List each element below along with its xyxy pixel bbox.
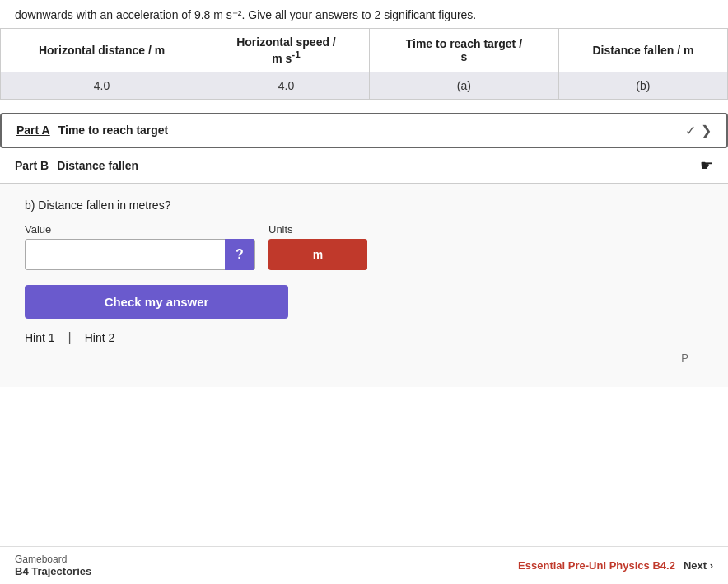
part-a-icons: ✓ ❯: [685, 123, 712, 138]
cell-speed: 4.0: [203, 72, 370, 99]
units-text: m: [313, 248, 323, 261]
part-b-label: Part B: [15, 159, 49, 172]
col-header-fallen: Distance fallen / m: [558, 29, 727, 72]
top-text: downwards with an acceleration of 9.8 m …: [0, 0, 728, 28]
hand-icon: ☛: [700, 157, 713, 175]
part-b-content: b) Distance fallen in metres? Value ? Un…: [0, 184, 728, 387]
chevron-down-icon: ❯: [701, 123, 712, 138]
units-group: Units m: [268, 223, 367, 270]
parts-container: Part A Time to reach target ✓ ❯ Part B D…: [0, 113, 728, 387]
value-units-row: Value ? Units m: [25, 223, 703, 270]
hint2-button[interactable]: Hint 2: [85, 331, 128, 344]
part-a-row[interactable]: Part A Time to reach target ✓ ❯: [0, 113, 728, 148]
check-answer-label: Check my answer: [105, 295, 209, 309]
hints-separator: |: [68, 330, 72, 345]
footer-lesson: B4 Trajectories: [15, 565, 91, 577]
table-row: 4.0 4.0 (a) (b): [1, 72, 728, 99]
col-header-speed: Horizontal speed /m s-1: [203, 29, 370, 72]
cell-distance: 4.0: [1, 72, 203, 99]
value-input-wrap: ?: [25, 239, 255, 270]
question-mark-button[interactable]: ?: [225, 239, 254, 270]
cell-fallen: (b): [558, 72, 727, 99]
next-button[interactable]: Next ›: [684, 559, 713, 572]
part-b-row[interactable]: Part B Distance fallen ☛: [0, 148, 728, 184]
part-a-label: Part A: [16, 124, 50, 137]
check-icon: ✓: [685, 123, 696, 138]
check-answer-button[interactable]: Check my answer: [25, 285, 288, 319]
footer-link[interactable]: Essential Pre-Uni Physics B4.2: [518, 559, 675, 572]
footer: Gameboard B4 Trajectories Essential Pre-…: [0, 546, 728, 584]
data-table: Horizontal distance / m Horizontal speed…: [0, 28, 728, 100]
value-group: Value ?: [25, 223, 255, 270]
footer-gameboard: Gameboard: [15, 554, 91, 565]
value-label: Value: [25, 223, 255, 236]
col-header-time: Time to reach target /s: [369, 29, 558, 72]
footer-left: Gameboard B4 Trajectories: [15, 554, 91, 577]
hint1-button[interactable]: Hint 1: [25, 331, 68, 344]
part-b-title: Distance fallen: [57, 159, 138, 172]
value-input[interactable]: [26, 240, 225, 269]
cell-time: (a): [369, 72, 558, 99]
page-indicator: P: [25, 345, 703, 371]
footer-right: Essential Pre-Uni Physics B4.2 Next ›: [518, 559, 713, 572]
units-label: Units: [268, 223, 367, 236]
part-a-title: Time to reach target: [58, 124, 169, 137]
units-button[interactable]: m: [268, 239, 367, 270]
col-header-distance: Horizontal distance / m: [1, 29, 203, 72]
question-text: b) Distance fallen in metres?: [25, 199, 703, 212]
hints-row: Hint 1 | Hint 2: [25, 330, 703, 345]
question-mark-icon: ?: [236, 247, 244, 262]
